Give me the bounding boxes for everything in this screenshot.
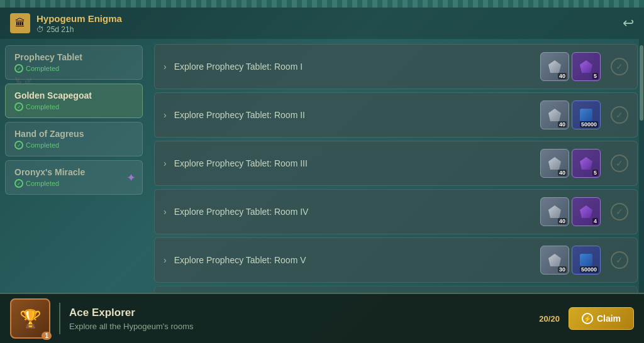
progress-text: 20/20 bbox=[539, 314, 560, 324]
task-row[interactable]: › Explore Prophecy Tablet: Room I 40 5 ✓ bbox=[154, 44, 638, 89]
header-icon-glyph: 🏛 bbox=[15, 18, 25, 29]
sidebar-item-prophecy-tablet-status: ✓ Completed bbox=[14, 64, 133, 73]
task-row[interactable]: › Explore Prophecy Tablet: Room VI bbox=[154, 286, 638, 293]
reward-count: 40 bbox=[558, 121, 567, 128]
header-text: Hypogeum Enigma ⏱ 25d 21h bbox=[36, 13, 122, 34]
chevron-icon: › bbox=[164, 110, 167, 120]
reward-count-purple: 5 bbox=[592, 170, 598, 176]
gem-icon bbox=[548, 205, 561, 218]
task-name: Explore Prophecy Tablet: Room III bbox=[174, 158, 540, 168]
check-icon-golden: ✓ bbox=[14, 102, 23, 111]
reward-count-blue: 50000 bbox=[580, 121, 598, 128]
gem-icon bbox=[548, 157, 561, 170]
chevron-icon: › bbox=[164, 207, 167, 217]
task-row[interactable]: › Explore Prophecy Tablet: Room II 40 50… bbox=[154, 92, 638, 138]
gem-icon bbox=[548, 254, 561, 266]
bottom-quest-subtitle: Explore all the Hypogeum's rooms bbox=[69, 322, 530, 331]
bottom-bar: 🏆 1 Ace Explorer Explore all the Hypogeu… bbox=[0, 293, 644, 343]
sidebar-item-golden-scapegoat-title: Golden Scapegoat bbox=[14, 90, 133, 101]
header-title: Hypogeum Enigma bbox=[36, 13, 122, 24]
claim-icon: ⚡ bbox=[582, 313, 593, 324]
check-icon-prophecy: ✓ bbox=[14, 64, 23, 73]
task-row[interactable]: › Explore Prophecy Tablet: Room V 30 500… bbox=[154, 237, 638, 283]
chevron-icon: › bbox=[164, 158, 167, 168]
reward-count-purple: 5 bbox=[592, 73, 598, 79]
gem-icon-purple bbox=[580, 157, 592, 170]
gem-icon-blue bbox=[580, 254, 592, 266]
reward-gray-gem: 40 bbox=[540, 149, 569, 178]
task-list: › Explore Prophecy Tablet: Room I 40 5 ✓… bbox=[148, 39, 644, 293]
task-complete-icon: ✓ bbox=[611, 58, 628, 75]
reward-purple-gem: 5 bbox=[572, 149, 601, 178]
claim-label: Claim bbox=[597, 313, 621, 324]
reward-count: 40 bbox=[558, 218, 567, 224]
sidebar: Prophecy Tablet ✓ Completed Golden Scape… bbox=[0, 39, 148, 293]
gem-icon-blue bbox=[580, 109, 592, 121]
scroll-track[interactable] bbox=[639, 39, 644, 293]
sidebar-item-hand-of-zagreus[interactable]: Hand of Zagreus ✓ Completed bbox=[5, 122, 143, 156]
bottom-info: Ace Explorer Explore all the Hypogeum's … bbox=[69, 307, 530, 331]
task-rewards: 40 4 bbox=[540, 197, 601, 226]
task-row[interactable]: › Explore Prophecy Tablet: Room III 40 5… bbox=[154, 141, 638, 186]
reward-gray-gem: 40 bbox=[540, 52, 569, 81]
top-decoration bbox=[0, 0, 644, 8]
gem-icon-purple bbox=[580, 205, 592, 218]
reward-count: 40 bbox=[558, 170, 567, 176]
reward-count-blue: 50000 bbox=[580, 266, 598, 273]
quest-badge: 1 bbox=[42, 332, 52, 340]
task-row[interactable]: › Explore Prophecy Tablet: Room IV 40 4 … bbox=[154, 189, 638, 234]
claim-button[interactable]: ⚡ Claim bbox=[569, 307, 634, 330]
reward-blue-gem: 50000 bbox=[572, 246, 601, 275]
header-time: ⏱ 25d 21h bbox=[36, 25, 122, 34]
sidebar-item-hand-of-zagreus-status: ✓ Completed bbox=[14, 141, 133, 150]
task-list-container: › Explore Prophecy Tablet: Room I 40 5 ✓… bbox=[148, 39, 644, 293]
reward-blue-gem: 50000 bbox=[572, 101, 601, 129]
reward-gray-gem: 40 bbox=[540, 197, 569, 226]
chevron-icon: › bbox=[164, 255, 167, 265]
quest-icon: 🏆 1 bbox=[10, 298, 50, 339]
gem-icon-purple bbox=[580, 60, 592, 73]
sidebar-item-oronyxs-miracle[interactable]: Oronyx's Miracle ✓ Completed ✦ bbox=[5, 160, 143, 195]
task-rewards: 30 50000 bbox=[540, 246, 601, 275]
sidebar-item-golden-scapegoat-status: ✓ Completed bbox=[14, 102, 133, 111]
header-time-value: 25d 21h bbox=[47, 25, 74, 34]
task-name: Explore Prophecy Tablet: Room IV bbox=[174, 207, 540, 217]
chevron-icon: › bbox=[164, 62, 167, 72]
reward-count-purple: 4 bbox=[592, 218, 598, 224]
reward-gray-gem: 40 bbox=[540, 101, 569, 129]
task-complete-icon: ✓ bbox=[611, 155, 628, 172]
task-rewards: 40 5 bbox=[540, 149, 601, 178]
reward-gray-gem: 30 bbox=[540, 246, 569, 275]
bottom-divider bbox=[59, 303, 60, 334]
task-complete-icon: ✓ bbox=[611, 203, 628, 220]
bottom-progress-area: 20/20 bbox=[539, 314, 560, 324]
main-content: Prophecy Tablet ✓ Completed Golden Scape… bbox=[0, 39, 644, 293]
sidebar-item-golden-scapegoat[interactable]: Golden Scapegoat ✓ Completed bbox=[5, 84, 143, 118]
gem-icon bbox=[548, 109, 561, 121]
check-icon-oronyx: ✓ bbox=[14, 179, 23, 188]
header: 🏛 Hypogeum Enigma ⏱ 25d 21h ↩ bbox=[0, 8, 644, 39]
task-complete-icon: ✓ bbox=[611, 106, 628, 124]
gem-icon bbox=[548, 60, 561, 73]
sidebar-item-oronyxs-miracle-status: ✓ Completed bbox=[14, 179, 133, 188]
sidebar-item-oronyxs-miracle-title: Oronyx's Miracle bbox=[14, 167, 133, 177]
clock-icon: ⏱ bbox=[36, 25, 44, 34]
task-rewards: 40 50000 bbox=[540, 101, 601, 129]
scroll-thumb[interactable] bbox=[640, 45, 643, 121]
task-name: Explore Prophecy Tablet: Room V bbox=[174, 255, 540, 265]
task-name: Explore Prophecy Tablet: Room I bbox=[174, 62, 540, 72]
task-complete-icon: ✓ bbox=[611, 251, 628, 269]
star-icon-oronyx: ✦ bbox=[126, 171, 136, 185]
reward-purple-gem: 5 bbox=[572, 52, 601, 81]
sidebar-item-hand-of-zagreus-title: Hand of Zagreus bbox=[14, 129, 133, 139]
back-button[interactable]: ↩ bbox=[623, 15, 634, 31]
sidebar-item-prophecy-tablet-title: Prophecy Tablet bbox=[14, 52, 133, 62]
task-name: Explore Prophecy Tablet: Room II bbox=[174, 110, 540, 120]
sidebar-item-prophecy-tablet[interactable]: Prophecy Tablet ✓ Completed bbox=[5, 45, 143, 80]
reward-purple-gem: 4 bbox=[572, 197, 601, 226]
reward-count: 30 bbox=[558, 266, 567, 273]
check-icon-zagreus: ✓ bbox=[14, 141, 23, 150]
bottom-quest-title: Ace Explorer bbox=[69, 307, 530, 319]
reward-count: 40 bbox=[558, 73, 567, 79]
header-icon: 🏛 bbox=[10, 13, 30, 33]
